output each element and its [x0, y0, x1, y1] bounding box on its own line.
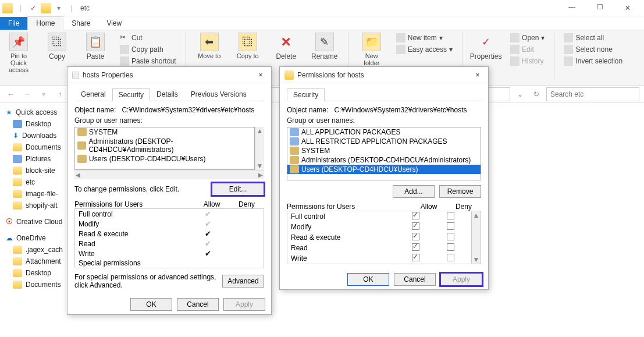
deny-checkbox[interactable]	[447, 243, 454, 251]
paste-shortcut-button[interactable]: Paste shortcut	[119, 56, 177, 66]
tab-view[interactable]: View	[98, 17, 130, 30]
allow-checkbox[interactable]	[412, 222, 419, 230]
invert-selection-button[interactable]: Invert selection	[563, 56, 624, 66]
up-button[interactable]: ↑	[54, 88, 66, 101]
refresh-button[interactable]: ↻	[530, 88, 543, 101]
rename-label: Rename	[311, 52, 337, 61]
perm-name: Special permissions	[79, 259, 190, 267]
cancel-button[interactable]: Cancel	[394, 273, 436, 286]
tab-details[interactable]: Details	[150, 88, 184, 101]
list-item[interactable]: SYSTEM	[75, 127, 254, 137]
deny-checkbox[interactable]	[447, 212, 454, 219]
permissions-for-label: Permissions for Users	[287, 203, 411, 211]
qat-divider: |	[15, 3, 26, 13]
window-title: etc	[80, 4, 90, 12]
permissions-list: Full control Modify Read & execute Read …	[74, 208, 264, 268]
new-folder-icon: 📁	[362, 33, 381, 51]
move-label: Move to	[198, 52, 220, 59]
maximize-button[interactable]: ☐	[592, 3, 608, 13]
list-item-selected[interactable]: Users (DESKTOP-CD4HDCU¥Users)	[287, 165, 481, 174]
cut-button[interactable]: ✂Cut	[119, 33, 177, 43]
quick-access-toolbar: | ▾ |	[2, 3, 77, 13]
recent-button[interactable]: ▾	[37, 88, 50, 101]
hosts-properties-dialog: hosts Properties × General Security Deta…	[67, 66, 272, 315]
scrollbar-h[interactable]: ◀▶	[74, 170, 264, 179]
list-item[interactable]: ALL RESTRICTED APPLICATION PACKAGES	[287, 137, 481, 146]
easy-access-button[interactable]: Easy access ▾	[395, 44, 454, 55]
allow-checkbox[interactable]	[412, 243, 419, 251]
select-none-button[interactable]: Select none	[563, 44, 624, 55]
cancel-button[interactable]: Cancel	[177, 298, 219, 311]
tab-previous-versions[interactable]: Previous Versions	[184, 88, 253, 101]
tab-general[interactable]: General	[74, 88, 112, 101]
select-none-icon	[564, 45, 573, 54]
folder-icon	[13, 257, 22, 265]
perm-name: Write	[291, 254, 398, 262]
cc-icon: ⦿	[6, 218, 13, 226]
new-item-button[interactable]: New item ▾	[395, 33, 454, 43]
list-item[interactable]: ALL APPLICATION PACKAGES	[287, 127, 481, 137]
deny-checkbox[interactable]	[447, 254, 454, 261]
ok-button[interactable]: OK	[347, 273, 389, 286]
window-titlebar: | ▾ | etc — ☐ ×	[0, 0, 644, 16]
ok-button[interactable]: OK	[130, 298, 172, 311]
easy-access-icon	[396, 45, 405, 54]
dialog-tabs: General Security Details Previous Versio…	[74, 88, 264, 101]
apply-button[interactable]: Apply	[223, 298, 265, 311]
deny-checkbox[interactable]	[447, 222, 454, 230]
tab-share[interactable]: Share	[63, 17, 98, 30]
scrollbar[interactable]: ▲▼	[255, 127, 264, 170]
tab-file[interactable]: File	[0, 17, 27, 30]
folder-icon	[13, 201, 22, 210]
minimize-button[interactable]: —	[564, 3, 580, 13]
address-dropdown[interactable]: ⌄	[514, 88, 526, 101]
properties-qat-icon[interactable]	[28, 3, 38, 13]
folder-icon	[13, 281, 22, 289]
close-icon[interactable]: ×	[472, 71, 483, 79]
copyto-label: Copy to	[237, 52, 259, 59]
advanced-button[interactable]: Advanced	[222, 275, 264, 288]
groups-listbox[interactable]: SYSTEM Administrators (DESKTOP-CD4HDCU¥A…	[74, 127, 255, 170]
allow-checkbox[interactable]	[412, 233, 419, 240]
scrollbar[interactable]: ▲▼	[472, 211, 481, 264]
history-button[interactable]: History	[509, 56, 546, 66]
folder-icon	[13, 143, 22, 151]
paste-shortcut-icon	[120, 56, 129, 66]
list-item[interactable]: SYSTEM	[287, 146, 481, 155]
tab-home[interactable]: Home	[27, 16, 63, 30]
user-icon	[77, 155, 87, 163]
pin-button[interactable]: 📌 Pin to Quick access	[3, 33, 34, 83]
deny-checkbox[interactable]	[447, 233, 454, 240]
forward-button[interactable]: →	[21, 88, 34, 101]
copy-icon: ⿻	[48, 33, 66, 51]
folder-icon	[13, 190, 22, 198]
list-item[interactable]: Administrators (DESKTOP-CD4HDCU¥Administ…	[75, 137, 254, 154]
open-button[interactable]: Open ▾	[509, 33, 546, 43]
folder-icon	[284, 70, 294, 80]
perm-name: Full control	[79, 210, 190, 218]
allow-checkbox[interactable]	[412, 254, 419, 261]
pin-label: Pin to Quick access	[3, 52, 34, 73]
apply-button[interactable]: Apply	[440, 273, 482, 286]
close-icon[interactable]: ×	[255, 71, 266, 79]
select-all-button[interactable]: Select all	[563, 33, 624, 43]
allow-checkbox[interactable]	[412, 212, 419, 219]
star-icon: ★	[6, 108, 12, 116]
edit-button[interactable]: Edit...	[212, 183, 264, 196]
groups-listbox[interactable]: ALL APPLICATION PACKAGES ALL RESTRICTED …	[287, 127, 481, 180]
allow-check	[205, 250, 211, 258]
dialog-tabs: Security	[287, 88, 481, 101]
deny-header: Deny	[446, 203, 481, 211]
add-button[interactable]: Add...	[393, 185, 435, 198]
edit-button[interactable]: Edit	[509, 44, 546, 55]
qat-dropdown-icon[interactable]: ▾	[54, 3, 64, 13]
close-button[interactable]: ×	[620, 3, 636, 13]
tab-security[interactable]: Security	[112, 88, 150, 101]
list-item[interactable]: Users (DESKTOP-CD4HDCU¥Users)	[75, 154, 254, 164]
list-item[interactable]: Administrators (DESKTOP-CD4HDCU¥Administ…	[287, 155, 481, 165]
back-button[interactable]: ←	[5, 88, 17, 101]
copy-path-button[interactable]: Copy path	[119, 44, 177, 55]
search-input[interactable]	[546, 87, 639, 101]
remove-button[interactable]: Remove	[439, 185, 481, 198]
tab-security[interactable]: Security	[287, 88, 325, 101]
